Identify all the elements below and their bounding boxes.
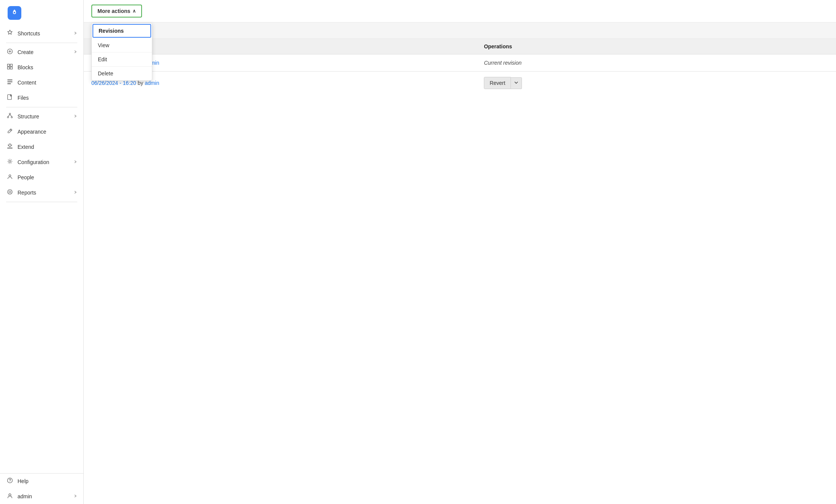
sidebar-item-configuration[interactable]: Configuration	[0, 155, 83, 170]
sidebar-item-label-reports: Reports	[18, 190, 70, 196]
revert-btn-group: Revert	[484, 77, 828, 89]
sidebar-item-label-files: Files	[18, 95, 77, 101]
star-area: ☆	[84, 22, 836, 39]
svg-line-16	[10, 115, 12, 116]
table-row: 06/26/2024 - 16:20 by adminRevert	[84, 72, 836, 95]
svg-point-21	[8, 190, 12, 194]
svg-point-14	[11, 116, 13, 118]
appearance-icon	[6, 128, 14, 136]
table-row: 06/26/2024 - 16:21 by adminCurrent revis…	[84, 54, 836, 72]
sidebar-item-help[interactable]: Help	[0, 474, 83, 489]
by-text: by	[136, 80, 145, 86]
svg-rect-4	[8, 64, 10, 67]
sidebar-item-label-configuration: Configuration	[18, 159, 70, 165]
svg-point-13	[7, 116, 9, 118]
svg-point-19	[9, 161, 11, 163]
svg-rect-10	[8, 83, 11, 84]
svg-point-12	[9, 113, 11, 115]
svg-line-15	[8, 115, 10, 116]
toolbar: More actions ∧ RevisionsViewEditDelete	[84, 0, 836, 22]
svg-point-22	[9, 191, 11, 193]
sidebar-item-label-blocks: Blocks	[18, 64, 77, 70]
divider-after-files	[6, 107, 77, 107]
help-icon	[6, 477, 14, 485]
revisions-table: Operations 06/26/2024 - 16:21 by adminCu…	[84, 39, 836, 94]
sidebar-item-create[interactable]: Create	[0, 45, 83, 60]
dropdown-item-edit[interactable]: Edit	[92, 53, 152, 67]
reports-icon	[6, 189, 14, 196]
sidebar-item-content[interactable]: Content	[0, 75, 83, 90]
shortcuts-icon	[6, 30, 14, 37]
chevron-right-icon-admin	[73, 494, 77, 499]
svg-rect-9	[8, 81, 13, 82]
svg-rect-6	[8, 67, 10, 69]
svg-rect-8	[8, 80, 13, 80]
svg-rect-5	[10, 64, 13, 67]
divider-after-reports	[6, 202, 77, 202]
svg-point-24	[10, 482, 10, 482]
sidebar-item-files[interactable]: Files	[0, 90, 83, 105]
divider-after-shortcuts	[6, 43, 77, 43]
svg-rect-7	[10, 67, 13, 69]
dropdown-item-view[interactable]: View	[92, 38, 152, 53]
dropdown-item-revisions[interactable]: Revisions	[93, 24, 151, 38]
sidebar-item-label-structure: Structure	[18, 113, 70, 120]
svg-point-0	[14, 12, 15, 13]
sidebar-item-label-admin: admin	[18, 493, 70, 499]
chevron-right-icon-shortcuts	[73, 31, 77, 36]
revert-dropdown-button[interactable]	[511, 77, 522, 89]
dropdown-item-delete[interactable]: Delete	[92, 67, 152, 80]
sidebar: ShortcutsCreateBlocksContentFilesStructu…	[0, 0, 84, 504]
sidebar-item-label-extend: Extend	[18, 144, 77, 150]
chevron-right-icon-structure	[73, 114, 77, 119]
chevron-right-icon-configuration	[73, 160, 77, 164]
sidebar-item-shortcuts[interactable]: Shortcuts	[0, 26, 83, 41]
create-icon	[6, 48, 14, 56]
svg-point-20	[9, 175, 11, 177]
sidebar-item-admin[interactable]: admin	[0, 489, 83, 504]
content-icon	[6, 79, 14, 86]
svg-rect-18	[8, 148, 12, 148]
chevron-right-icon-create	[73, 50, 77, 54]
more-actions-button[interactable]: More actions ∧	[91, 5, 142, 18]
sidebar-item-label-appearance: Appearance	[18, 129, 77, 135]
main-content: More actions ∧ RevisionsViewEditDelete ☆…	[84, 0, 836, 504]
sidebar-logo[interactable]	[0, 0, 83, 26]
sidebar-item-label-people: People	[18, 174, 77, 180]
chevron-up-icon: ∧	[132, 8, 136, 14]
chevron-right-icon-reports	[73, 190, 77, 195]
svg-line-17	[10, 130, 11, 131]
more-actions-label: More actions	[97, 8, 130, 14]
revision-author-link[interactable]: admin	[145, 80, 159, 86]
admin-icon	[6, 493, 14, 500]
svg-point-25	[9, 494, 11, 496]
more-actions-dropdown: RevisionsViewEditDelete	[91, 23, 152, 81]
structure-icon	[6, 113, 14, 120]
people-icon	[6, 174, 14, 181]
revert-button[interactable]: Revert	[484, 77, 511, 89]
files-icon	[6, 94, 14, 102]
sidebar-item-label-content: Content	[18, 80, 77, 86]
configuration-icon	[6, 158, 14, 166]
sidebar-item-reports[interactable]: Reports	[0, 185, 83, 200]
sidebar-item-label-shortcuts: Shortcuts	[18, 30, 70, 37]
extend-icon	[6, 143, 14, 151]
blocks-icon	[6, 64, 14, 71]
sidebar-item-structure[interactable]: Structure	[0, 109, 83, 124]
revision-date-link[interactable]: 06/26/2024 - 16:20	[91, 80, 136, 86]
sidebar-item-blocks[interactable]: Blocks	[0, 60, 83, 75]
sidebar-item-people[interactable]: People	[0, 170, 83, 185]
operations-col-header: Operations	[476, 39, 836, 54]
drupal-logo-icon	[8, 6, 21, 20]
current-revision-label: Current revision	[484, 60, 522, 66]
sidebar-item-appearance[interactable]: Appearance	[0, 124, 83, 139]
sidebar-item-extend[interactable]: Extend	[0, 139, 83, 155]
revision-operations-cell: Revert	[476, 72, 836, 95]
sidebar-item-label-create: Create	[18, 49, 70, 55]
sidebar-item-label-help: Help	[18, 478, 77, 484]
revisions-area: Operations 06/26/2024 - 16:21 by adminCu…	[84, 39, 836, 94]
sidebar-bottom: Helpadmin	[0, 473, 83, 504]
revision-operations-cell: Current revision	[476, 54, 836, 72]
